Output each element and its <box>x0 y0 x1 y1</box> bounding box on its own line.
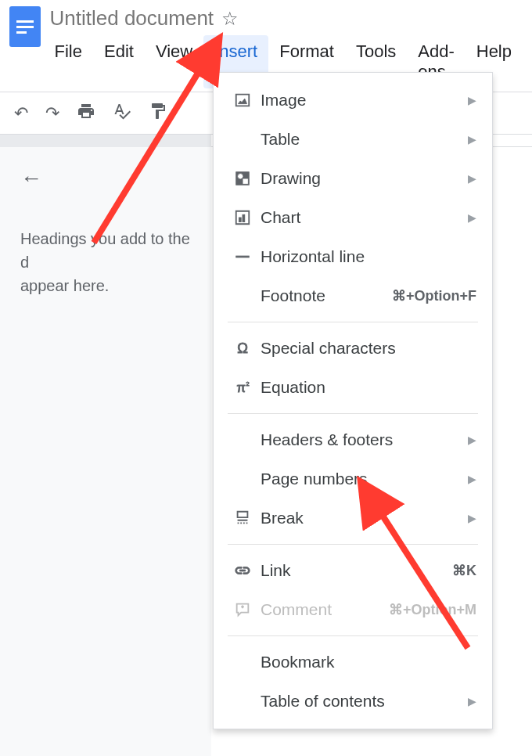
collapse-outline-icon[interactable]: ← <box>20 166 42 191</box>
menu-item-chart[interactable]: Chart▶ <box>214 198 492 237</box>
menu-item-label: Chart <box>261 208 468 227</box>
menu-shortcut: ⌘+Option+M <box>389 601 476 618</box>
submenu-arrow-icon: ▶ <box>468 473 476 485</box>
menu-item-headers-footers[interactable]: Headers & footers▶ <box>214 420 492 459</box>
svg-rect-5 <box>236 256 250 257</box>
omega-icon: Ω <box>229 340 256 357</box>
menu-item-label: Break <box>261 509 468 527</box>
undo-icon[interactable]: ↶ <box>14 103 28 124</box>
menu-item-label: Image <box>261 91 468 110</box>
menu-item-footnote[interactable]: Footnote⌘+Option+F <box>214 276 492 315</box>
document-title[interactable]: Untitled document <box>50 6 214 31</box>
submenu-arrow-icon: ▶ <box>468 172 476 185</box>
outline-placeholder: Headings you add to the d appear here. <box>20 227 191 297</box>
menu-item-break[interactable]: Break▶ <box>214 499 492 538</box>
menu-item-label: Link <box>261 561 452 580</box>
menu-item-link[interactable]: Link⌘K <box>214 551 492 590</box>
svg-rect-4 <box>243 214 245 221</box>
menu-item-label: Equation <box>261 378 476 397</box>
drawing-icon <box>229 170 256 187</box>
menu-edit[interactable]: Edit <box>93 35 145 88</box>
submenu-arrow-icon: ▶ <box>468 94 476 106</box>
link-icon <box>229 562 256 579</box>
menu-item-label: Drawing <box>261 169 468 188</box>
svg-rect-2 <box>243 178 248 184</box>
menu-item-label: Page numbers <box>261 470 468 488</box>
menu-view[interactable]: View <box>145 35 203 88</box>
redo-icon[interactable]: ↷ <box>45 103 59 124</box>
star-icon[interactable]: ☆ <box>221 8 239 30</box>
submenu-arrow-icon: ▶ <box>468 695 476 707</box>
submenu-arrow-icon: ▶ <box>468 133 476 146</box>
menu-item-bookmark[interactable]: Bookmark <box>214 643 492 682</box>
menu-item-special-characters[interactable]: ΩSpecial characters <box>214 329 492 368</box>
menu-separator <box>228 413 478 414</box>
menu-item-equation[interactable]: π2Equation <box>214 368 492 407</box>
break-icon <box>229 509 256 527</box>
menu-item-label: Comment <box>261 600 389 619</box>
svg-text:Ω: Ω <box>237 340 248 356</box>
menu-item-label: Headers & footers <box>261 430 468 449</box>
menu-item-label: Bookmark <box>261 653 476 671</box>
insert-menu-dropdown: Image▶Table▶Drawing▶Chart▶Horizontal lin… <box>213 72 493 729</box>
menu-item-image[interactable]: Image▶ <box>214 81 492 120</box>
pi-icon: π2 <box>229 379 256 396</box>
hline-icon <box>229 248 256 265</box>
menu-item-horizontal-line[interactable]: Horizontal line <box>214 237 492 276</box>
menu-item-table-of-contents[interactable]: Table of contents▶ <box>214 682 492 721</box>
submenu-arrow-icon: ▶ <box>468 434 476 446</box>
submenu-arrow-icon: ▶ <box>468 211 476 224</box>
submenu-arrow-icon: ▶ <box>468 512 476 524</box>
menu-item-label: Table of contents <box>261 692 468 711</box>
menu-shortcut: ⌘+Option+F <box>392 287 476 304</box>
svg-text:π: π <box>236 380 245 394</box>
svg-text:2: 2 <box>246 380 249 387</box>
paint-format-icon[interactable] <box>149 102 167 125</box>
docs-logo-icon[interactable] <box>9 6 41 47</box>
image-icon <box>229 92 256 109</box>
menu-item-label: Footnote <box>261 286 392 305</box>
menu-item-label: Horizontal line <box>261 247 476 266</box>
menu-item-table[interactable]: Table▶ <box>214 120 492 159</box>
print-icon[interactable] <box>77 102 95 125</box>
chart-icon <box>229 209 256 226</box>
outline-panel: ← Headings you add to the d appear here. <box>0 147 211 756</box>
menu-shortcut: ⌘K <box>452 562 476 579</box>
menu-item-comment: Comment⌘+Option+M <box>214 590 492 629</box>
spellcheck-icon[interactable] <box>113 102 131 125</box>
menu-item-drawing[interactable]: Drawing▶ <box>214 159 492 198</box>
menu-separator <box>228 635 478 636</box>
menu-item-page-numbers[interactable]: Page numbers▶ <box>214 459 492 499</box>
svg-rect-3 <box>239 218 241 222</box>
comment-icon <box>229 601 256 618</box>
menu-separator <box>228 544 478 545</box>
menu-item-label: Table <box>261 130 468 149</box>
menu-file[interactable]: File <box>44 35 93 88</box>
menu-item-label: Special characters <box>261 339 476 358</box>
menu-separator <box>228 322 478 322</box>
